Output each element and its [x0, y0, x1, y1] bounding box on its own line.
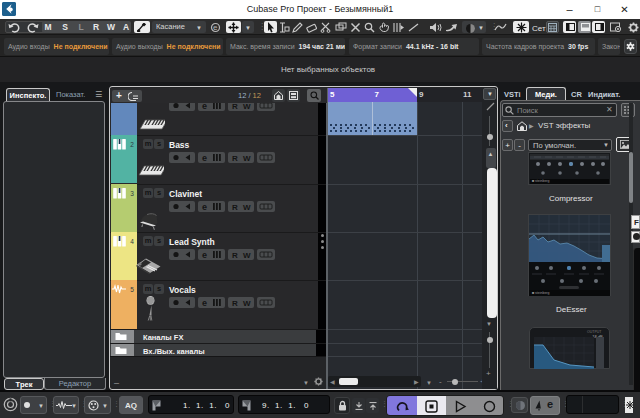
svg-text:e: e	[213, 23, 218, 32]
